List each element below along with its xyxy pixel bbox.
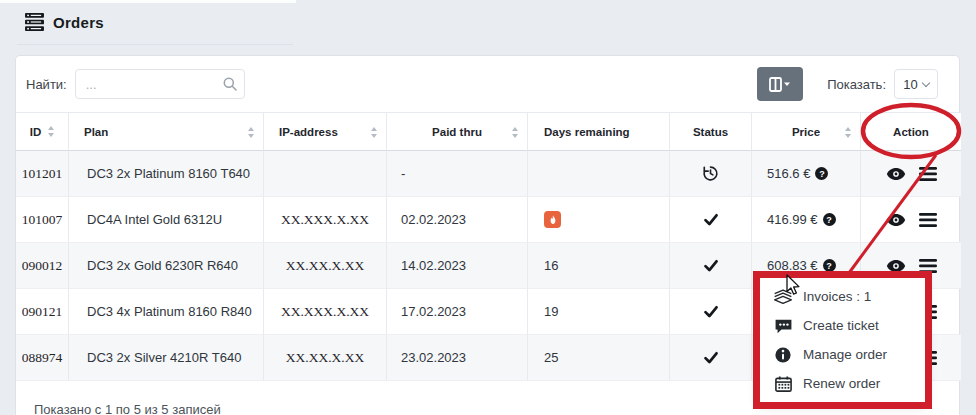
title-divider: [17, 44, 293, 45]
plan-cell: DC3 2x Silver 4210R T640: [69, 335, 264, 381]
check-icon: [703, 259, 719, 272]
paid-thru-cell: 23.02.2023: [387, 335, 528, 381]
sort-icon: [512, 127, 518, 138]
table-row: 101007DC4A Intel Gold 6312UXX.XXX.X.XX02…: [16, 197, 959, 243]
history-icon: [702, 165, 719, 182]
plan-cell: DC3 4x Platinum 8160 R840: [69, 289, 264, 335]
column-header-plan[interactable]: Plan: [69, 113, 264, 151]
action-cell: [861, 151, 961, 197]
column-visibility-button[interactable]: [757, 67, 803, 101]
days-remaining-cell: 19: [528, 289, 670, 335]
search-label: Найти:: [26, 77, 67, 92]
page-size-value: 10: [903, 77, 917, 92]
column-label: Days remaining: [544, 126, 630, 138]
days-remaining-value: 25: [544, 350, 558, 365]
invoices-icon: [773, 288, 793, 305]
menu-item-label: Invoices : 1: [803, 289, 871, 304]
menu-item-invoices-1[interactable]: Invoices : 1: [760, 282, 925, 311]
menu-item-manage-order[interactable]: Manage order: [760, 340, 925, 369]
fire-icon: [544, 211, 561, 228]
status-cell: [670, 151, 752, 197]
table-header-row: IDPlanIP-addressPaid thruDays remainingS…: [16, 113, 959, 151]
sort-icon: [371, 127, 377, 138]
plan-cell: DC3 2x Gold 6230R R640: [69, 243, 264, 289]
search-box: [75, 69, 245, 99]
column-header-days-remaining: Days remaining: [528, 113, 670, 151]
check-icon: [703, 351, 719, 364]
page-title-text: Orders: [53, 14, 104, 31]
bars-icon[interactable]: [919, 259, 937, 273]
ip-address-cell: XX.XX.X.XX: [264, 243, 387, 289]
status-cell: [670, 243, 752, 289]
chevron-down-icon: [921, 78, 929, 86]
sort-icon: [48, 126, 54, 137]
column-header-status: Status: [670, 113, 752, 151]
column-label: ID: [30, 126, 42, 138]
order-id-cell: 090012: [16, 243, 69, 289]
bars-icon[interactable]: [919, 213, 937, 227]
days-remaining-cell: 25: [528, 335, 670, 381]
eye-icon[interactable]: [886, 167, 906, 181]
sort-icon: [248, 127, 254, 138]
ip-address-cell: [264, 151, 387, 197]
column-header-paid-thru[interactable]: Paid thru: [387, 113, 528, 151]
status-cell: [670, 289, 752, 335]
plan-cell: DC4A Intel Gold 6312U: [69, 197, 264, 243]
search-input[interactable]: [75, 69, 245, 99]
plan-cell: DC3 2x Platinum 8160 T640: [69, 151, 264, 197]
question-circle-icon[interactable]: ?: [815, 167, 828, 180]
columns-icon: [769, 77, 791, 92]
create-ticket-icon: [773, 318, 793, 334]
page-size-select[interactable]: 10: [894, 69, 938, 99]
days-remaining-cell: 16: [528, 243, 670, 289]
order-id-cell: 101201: [16, 151, 69, 197]
column-label: Price: [792, 126, 820, 138]
column-label: IP-address: [279, 126, 338, 138]
status-cell: [670, 197, 752, 243]
column-label: Plan: [84, 126, 108, 138]
eye-icon[interactable]: [886, 213, 906, 227]
column-header-id[interactable]: ID: [16, 113, 69, 151]
menu-item-create-ticket[interactable]: Create ticket: [760, 311, 925, 340]
days-remaining-cell: [528, 197, 670, 243]
menu-item-renew-order[interactable]: Renew order: [760, 369, 925, 398]
column-label: Status: [693, 126, 728, 138]
status-cell: [670, 335, 752, 381]
page-size-label: Показать:: [827, 77, 886, 92]
ip-address-cell: XX.XX.X.XX: [264, 335, 387, 381]
days-remaining-cell: [528, 151, 670, 197]
paid-thru-cell: 14.02.2023: [387, 243, 528, 289]
menu-item-label: Manage order: [803, 347, 887, 362]
action-dropdown-menu: Invoices : 1Create ticketManage orderRen…: [760, 278, 925, 402]
check-icon: [703, 213, 719, 226]
check-icon: [703, 305, 719, 318]
column-header-ip-address[interactable]: IP-address: [264, 113, 387, 151]
order-id-cell: 101007: [16, 197, 69, 243]
price-value: 608.83 €: [767, 258, 818, 273]
records-summary: Показано с 1 по 5 из 5 записей: [34, 402, 221, 415]
search-icon: [223, 77, 237, 95]
decorative-strip: [0, 0, 296, 3]
price-value: 516.6 €: [767, 166, 810, 181]
column-header-action: Action: [861, 113, 961, 151]
table-row: 101201DC3 2x Platinum 8160 T640-516.6 €?: [16, 151, 959, 197]
info-circle-icon: [773, 347, 793, 363]
question-circle-icon[interactable]: ?: [823, 213, 836, 226]
calendar-icon: [773, 376, 793, 392]
sort-icon: [845, 127, 851, 138]
table-toolbar: Найти:: [16, 56, 959, 112]
eye-icon[interactable]: [886, 259, 906, 273]
column-label: Action: [893, 126, 929, 138]
paid-thru-cell: 17.02.2023: [387, 289, 528, 335]
order-id-cell: 088974: [16, 335, 69, 381]
question-circle-icon[interactable]: ?: [823, 259, 836, 272]
ip-address-cell: XX.XXX.X.XX: [264, 197, 387, 243]
paid-thru-cell: -: [387, 151, 528, 197]
column-label: Paid thru: [432, 126, 482, 138]
order-id-cell: 090121: [16, 289, 69, 335]
page-title: Orders: [25, 13, 104, 31]
paid-thru-cell: 02.02.2023: [387, 197, 528, 243]
bars-icon[interactable]: [919, 167, 937, 181]
column-header-price[interactable]: Price: [752, 113, 861, 151]
menu-item-label: Renew order: [803, 376, 880, 391]
